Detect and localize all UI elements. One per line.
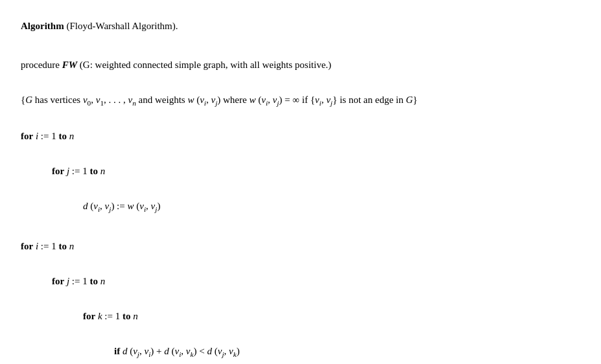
if-keyword: if (114, 346, 120, 356)
for-j-assign-2: j := 1 (67, 276, 90, 286)
spacer2 (21, 75, 580, 91)
d-assign-w: d (vi, vj) := w (vi, vj) (83, 201, 160, 211)
for-j-assign-1: j := 1 (67, 166, 90, 176)
procedure-keyword: procedure (21, 60, 62, 70)
spacer1 (21, 40, 580, 56)
procedure-name: FW (62, 60, 77, 70)
outer-for-i-line-2: for i := 1 to n (21, 238, 580, 254)
for-i-n-2: n (69, 241, 75, 251)
outer-for-i-line: for i := 1 to n (21, 128, 580, 144)
for-k-assign: k := 1 (98, 311, 123, 321)
to-keyword-3: to (58, 241, 67, 251)
if-condition: d (vj, vi) + d (vi, vk) < d (vj, vk) (123, 346, 240, 356)
for-j-n-2: n (100, 276, 106, 286)
to-keyword-4: to (89, 276, 98, 286)
algorithm-title: Algorithm (Floyd-Warshall Algorithm). (21, 18, 580, 34)
g-vertices-text: {G has vertices v0, v1, . . . , vn and w… (21, 95, 418, 105)
spacer7 (21, 256, 580, 272)
for-keyword-4: for (52, 276, 64, 286)
for-j-n-1: n (100, 166, 106, 176)
for-i-n: n (69, 131, 75, 141)
spacer5 (21, 181, 580, 197)
for-keyword-1: for (21, 131, 33, 141)
to-keyword-5: to (123, 311, 131, 321)
for-keyword-5: for (83, 311, 95, 321)
for-keyword-3: for (21, 241, 33, 251)
d-assign-w-line: d (vi, vj) := w (vi, vj) (21, 198, 580, 215)
spacer6 (21, 222, 580, 237)
procedure-args: (G: weighted connected simple graph, wit… (80, 60, 331, 70)
inner-for-k-line: for k := 1 to n (21, 308, 580, 324)
to-keyword-2: to (89, 166, 98, 176)
inner-for-j-line-2: for j := 1 to n (21, 273, 580, 289)
algorithm-block: Algorithm (Floyd-Warshall Algorithm). pr… (21, 18, 580, 364)
spacer8 (21, 291, 580, 307)
for-keyword-2: for (52, 166, 64, 176)
to-keyword-1: to (58, 131, 67, 141)
g-vertices-line: {G has vertices v0, v1, . . . , vn and w… (21, 92, 580, 109)
algorithm-subtitle: (Floyd-Warshall Algorithm). (66, 21, 178, 31)
for-i-assign-2: i := 1 (36, 241, 59, 251)
if-condition-line: if d (vj, vi) + d (vi, vk) < d (vj, vk) (21, 343, 580, 360)
spacer4 (21, 146, 580, 162)
for-i-assign: i := 1 (36, 131, 59, 141)
spacer3 (21, 111, 580, 127)
algorithm-bold: Algorithm (21, 21, 64, 31)
spacer9 (21, 326, 580, 342)
inner-for-j-line-1: for j := 1 to n (21, 163, 580, 179)
for-k-n: n (133, 311, 138, 321)
procedure-line: procedure FW (G: weighted connected simp… (21, 57, 580, 73)
